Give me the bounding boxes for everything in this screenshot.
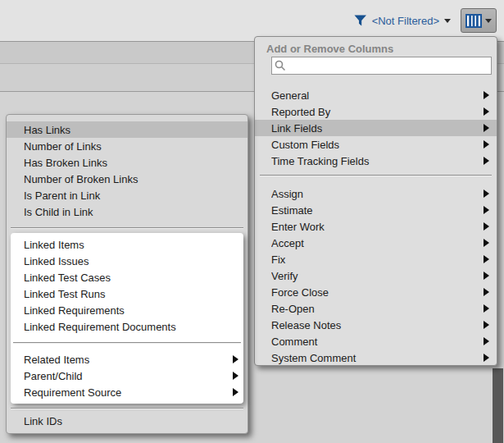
submenu-arrow-icon <box>484 272 489 280</box>
submenu-item-is-child-in-link[interactable]: Is Child in Link <box>7 203 247 220</box>
menu-item-reported-by[interactable]: Reported By <box>255 103 497 120</box>
submenu-item-number-of-links[interactable]: Number of Links <box>7 138 247 154</box>
submenu-item-link-ids[interactable]: Link IDs <box>7 413 247 429</box>
menu-item-label: Release Notes <box>271 319 484 331</box>
submenu-item-linked-test-runs[interactable]: Linked Test Runs <box>11 285 243 302</box>
submenu-arrow-icon <box>484 157 489 165</box>
submenu-item-requirement-source[interactable]: Requirement Source <box>11 384 243 400</box>
menu-item-link-fields[interactable]: Link Fields <box>255 120 497 136</box>
submenu-item-has-links[interactable]: Has Links <box>7 121 247 138</box>
menu-item-comment[interactable]: Comment <box>255 333 497 349</box>
menu-item-label: Number of Broken Links <box>24 173 247 185</box>
submenu-arrow-icon <box>484 354 489 362</box>
column-menu-list: General Reported By Link Fields Custom F… <box>255 87 497 366</box>
menu-item-label: Link IDs <box>24 415 247 427</box>
menu-item-label: Requirement Source <box>24 386 233 399</box>
menu-item-label: Link Fields <box>271 122 484 135</box>
menu-item-label: Fix <box>271 253 484 266</box>
menu-item-label: Custom Fields <box>271 139 484 151</box>
background-dark-edge <box>493 368 503 443</box>
submenu-item-parent-child[interactable]: Parent/Child <box>11 368 243 384</box>
menu-item-re-open[interactable]: Re-Open <box>255 300 497 317</box>
column-search-input[interactable] <box>286 59 491 72</box>
menu-item-system-comment[interactable]: System Comment <box>255 349 497 366</box>
columns-icon <box>465 14 482 28</box>
submenu-arrow-icon <box>484 91 489 99</box>
submenu-arrow-icon <box>484 239 489 247</box>
menu-item-label: Is Child in Link <box>24 206 247 218</box>
menu-separator <box>11 227 243 229</box>
submenu-item-linked-test-cases[interactable]: Linked Test Cases <box>11 269 243 285</box>
funnel-icon <box>354 14 367 27</box>
submenu-item-linked-issues[interactable]: Linked Issues <box>11 253 243 269</box>
menu-item-estimate[interactable]: Estimate <box>255 202 497 218</box>
menu-separator <box>11 408 243 409</box>
submenu-item-linked-items[interactable]: Linked Items <box>11 236 243 253</box>
menu-item-label: Linked Test Runs <box>24 288 243 300</box>
menu-item-label: Enter Work <box>271 221 484 233</box>
filter-value-label: <Not Filtered> <box>372 15 439 27</box>
menu-separator <box>13 342 241 344</box>
submenu-arrow-icon <box>484 337 489 345</box>
submenu-white-group: Linked Items Linked Issues Linked Test C… <box>11 233 243 404</box>
menu-item-label: Linked Items <box>24 239 243 251</box>
menu-item-release-notes[interactable]: Release Notes <box>255 317 497 333</box>
menu-item-label: Estimate <box>271 204 484 217</box>
menu-item-label: Assign <box>271 188 484 200</box>
link-fields-submenu: Has Links Number of Links Has Broken Lin… <box>6 114 248 434</box>
menu-item-verify[interactable]: Verify <box>255 267 497 284</box>
add-remove-columns-button[interactable] <box>461 8 497 33</box>
submenu-item-related-items[interactable]: Related Items <box>11 351 243 368</box>
submenu-arrow-icon <box>233 355 238 363</box>
menu-item-label: Comment <box>271 336 484 348</box>
menu-item-accept[interactable]: Accept <box>255 235 497 251</box>
menu-item-label: Linked Test Cases <box>24 272 243 284</box>
menu-item-label: General <box>271 89 484 102</box>
menu-item-time-tracking-fields[interactable]: Time Tracking Fields <box>255 153 497 169</box>
submenu-arrow-icon <box>484 304 489 313</box>
submenu-arrow-icon <box>484 107 489 116</box>
menu-item-label: Linked Requirements <box>24 304 243 317</box>
menu-item-fix[interactable]: Fix <box>255 251 497 267</box>
submenu-item-linked-requirement-documents[interactable]: Linked Requirement Documents <box>11 318 243 335</box>
submenu-item-is-parent-in-link[interactable]: Is Parent in Link <box>7 187 247 203</box>
submenu-arrow-icon <box>484 140 489 148</box>
submenu-arrow-icon <box>484 288 489 296</box>
submenu-arrow-icon <box>484 190 489 198</box>
submenu-arrow-icon <box>484 321 489 329</box>
menu-item-label: Re-Open <box>271 303 484 315</box>
menu-item-label: Parent/Child <box>24 370 233 382</box>
menu-item-label: Related Items <box>24 354 233 366</box>
menu-item-label: Linked Requirement Documents <box>24 321 243 333</box>
menu-item-label: Has Links <box>24 124 247 136</box>
filter-dropdown[interactable]: <Not Filtered> <box>354 14 451 27</box>
menu-item-label: Time Tracking Fields <box>271 155 484 167</box>
menu-item-enter-work[interactable]: Enter Work <box>255 218 497 235</box>
menu-item-label: Accept <box>271 237 484 249</box>
search-icon <box>275 60 286 71</box>
submenu-arrow-icon <box>233 388 238 396</box>
menu-separator <box>260 175 492 176</box>
menu-item-label: Verify <box>271 270 484 282</box>
menu-item-label: Force Close <box>271 286 484 299</box>
submenu-arrow-icon <box>484 222 489 231</box>
chevron-down-icon <box>444 19 451 23</box>
chevron-down-icon <box>485 19 492 23</box>
menu-item-label: Number of Links <box>24 140 247 153</box>
menu-item-general[interactable]: General <box>255 87 497 103</box>
menu-item-custom-fields[interactable]: Custom Fields <box>255 136 497 153</box>
submenu-arrow-icon <box>233 372 238 380</box>
submenu-item-number-of-broken-links[interactable]: Number of Broken Links <box>7 171 247 187</box>
menu-item-label: Is Parent in Link <box>24 190 247 202</box>
column-search-box <box>271 57 492 75</box>
submenu-item-linked-requirements[interactable]: Linked Requirements <box>11 302 243 318</box>
menu-item-label: Linked Issues <box>24 255 243 267</box>
menu-title: Add or Remove Columns <box>255 37 497 55</box>
submenu-item-has-broken-links[interactable]: Has Broken Links <box>7 154 247 171</box>
menu-item-label: Reported By <box>271 106 484 118</box>
menu-item-force-close[interactable]: Force Close <box>255 284 497 300</box>
submenu-arrow-icon <box>484 255 489 263</box>
menu-item-label: System Comment <box>271 352 484 364</box>
menu-item-label: Has Broken Links <box>24 157 247 169</box>
menu-item-assign[interactable]: Assign <box>255 185 497 202</box>
